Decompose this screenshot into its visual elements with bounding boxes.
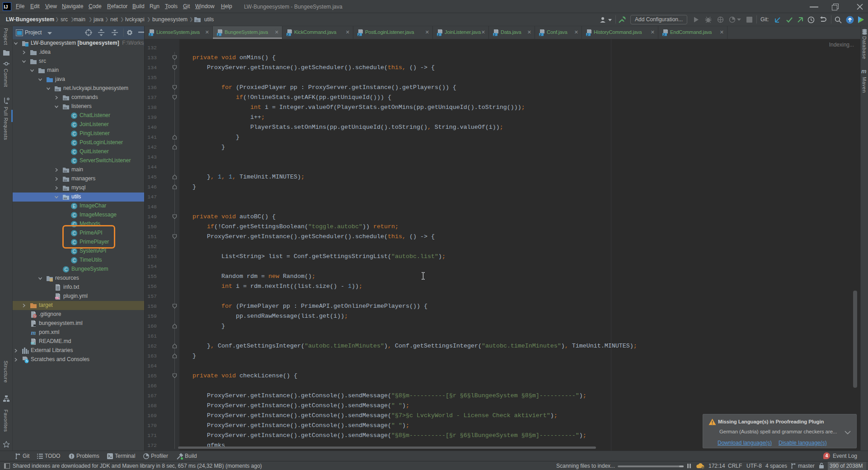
svg-text:C: C xyxy=(72,113,75,118)
svg-text:J: J xyxy=(149,33,151,36)
svg-text:J: J xyxy=(586,33,588,36)
svg-text:C: C xyxy=(72,258,75,263)
svg-text:J: J xyxy=(287,33,289,36)
svg-text:J: J xyxy=(540,33,541,36)
svg-text:C: C xyxy=(72,150,75,155)
svg-text:C: C xyxy=(72,213,75,218)
svg-text:C: C xyxy=(72,141,75,146)
svg-text:C: C xyxy=(64,267,67,272)
svg-text:IJ: IJ xyxy=(4,4,8,9)
svg-text:J: J xyxy=(663,33,665,36)
svg-text:C: C xyxy=(72,132,75,136)
svg-text:J: J xyxy=(437,33,439,36)
svg-text:YML: YML xyxy=(55,297,60,299)
svg-text:MD: MD xyxy=(31,342,35,344)
svg-text:E: E xyxy=(73,204,76,209)
svg-text:m: m xyxy=(31,329,36,336)
svg-text:C: C xyxy=(72,249,75,254)
svg-text:C: C xyxy=(72,159,75,164)
svg-text:J: J xyxy=(493,33,495,36)
svg-text:C: C xyxy=(72,122,75,127)
svg-text:J: J xyxy=(358,33,360,36)
svg-text:J: J xyxy=(217,33,219,36)
